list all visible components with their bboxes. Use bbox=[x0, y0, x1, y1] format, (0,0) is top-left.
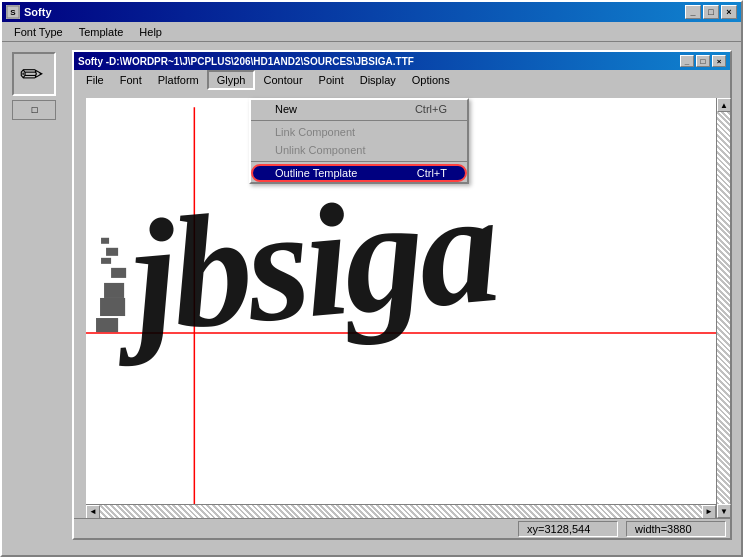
menu-item-outline-template[interactable]: Outline Template Ctrl+T bbox=[251, 164, 467, 182]
scroll-right-button[interactable]: ► bbox=[702, 505, 716, 519]
outer-window: S Softy _ □ × Font Type Template Help ✏ bbox=[0, 0, 743, 557]
inner-menu-platform[interactable]: Platform bbox=[150, 72, 207, 88]
minimize-button[interactable]: _ bbox=[685, 5, 701, 19]
menu-item-link-component: Link Component bbox=[251, 123, 467, 141]
inner-close-button[interactable]: × bbox=[712, 55, 726, 67]
svg-rect-13 bbox=[100, 298, 125, 316]
app-icon: S bbox=[6, 5, 20, 19]
inner-titlebar: Softy -D:\WORDPR~1\J\PCPLUS\206\HD1AND2\… bbox=[74, 52, 730, 70]
inner-menu-contour[interactable]: Contour bbox=[255, 72, 310, 88]
scroll-track-v bbox=[717, 112, 730, 504]
outer-titlebar-buttons: _ □ × bbox=[685, 5, 737, 19]
inner-menu-options[interactable]: Options bbox=[404, 72, 458, 88]
inner-maximize-button[interactable]: □ bbox=[696, 55, 710, 67]
outer-menu-help[interactable]: Help bbox=[131, 24, 170, 40]
menu-separator-2 bbox=[251, 161, 467, 162]
inner-menubar: File Font Platform Glyph Contour Point D… bbox=[74, 70, 730, 90]
inner-minimize-button[interactable]: _ bbox=[680, 55, 694, 67]
outer-menu-fonttype[interactable]: Font Type bbox=[6, 24, 71, 40]
scroll-left-button[interactable]: ◄ bbox=[86, 505, 100, 519]
inner-window-title: Softy -D:\WORDPR~1\J\PCPLUS\206\HD1AND2\… bbox=[78, 56, 414, 67]
tool-sidebar: ✏ ☐ bbox=[12, 52, 67, 120]
svg-rect-9 bbox=[106, 248, 118, 256]
scroll-down-button[interactable]: ▼ bbox=[717, 504, 731, 518]
svg-rect-11 bbox=[111, 268, 126, 278]
svg-text:✏: ✏ bbox=[20, 59, 43, 90]
glyph-dropdown-menu: New Ctrl+G Link Component Unlink Compone… bbox=[249, 98, 469, 184]
svg-rect-8 bbox=[101, 238, 109, 244]
svg-rect-12 bbox=[104, 283, 124, 298]
inner-menu-display[interactable]: Display bbox=[352, 72, 404, 88]
close-button[interactable]: × bbox=[721, 5, 737, 19]
width-display: width=3880 bbox=[626, 521, 726, 537]
inner-window: Softy -D:\WORDPR~1\J\PCPLUS\206\HD1AND2\… bbox=[72, 50, 732, 540]
inner-menu-glyph[interactable]: Glyph bbox=[207, 70, 256, 90]
scroll-up-button[interactable]: ▲ bbox=[717, 98, 731, 112]
svg-rect-14 bbox=[96, 318, 118, 332]
maximize-button[interactable]: □ bbox=[703, 5, 719, 19]
outer-window-title: Softy bbox=[24, 6, 52, 18]
inner-titlebar-buttons: _ □ × bbox=[680, 55, 726, 67]
menu-separator-1 bbox=[251, 120, 467, 121]
outer-content: ✏ ☐ Softy -D:\WORDPR~1\J\PCPLUS\206\HD1A… bbox=[2, 42, 741, 553]
svg-text:S: S bbox=[10, 8, 16, 17]
menu-item-new[interactable]: New Ctrl+G bbox=[251, 100, 467, 118]
svg-text:jbsiga: jbsiga bbox=[104, 157, 503, 368]
coordinates-display: xy=3128,544 bbox=[518, 521, 618, 537]
outer-menu-template[interactable]: Template bbox=[71, 24, 132, 40]
outer-menubar: Font Type Template Help bbox=[2, 22, 741, 42]
horizontal-scrollbar[interactable]: ◄ ► bbox=[86, 504, 716, 518]
scroll-track-h bbox=[100, 505, 702, 518]
outer-titlebar-left: S Softy bbox=[6, 5, 52, 19]
outer-titlebar: S Softy _ □ × bbox=[2, 2, 741, 22]
inner-menu-point[interactable]: Point bbox=[311, 72, 352, 88]
svg-rect-10 bbox=[101, 258, 111, 264]
vertical-scrollbar[interactable]: ▲ ▼ bbox=[716, 98, 730, 518]
statusbar: xy=3128,544 width=3880 bbox=[74, 518, 730, 538]
coord-display: ☐ bbox=[12, 100, 56, 120]
menu-item-unlink-component: Unlink Component bbox=[251, 141, 467, 159]
inner-menu-font[interactable]: Font bbox=[112, 72, 150, 88]
inner-menu-file[interactable]: File bbox=[78, 72, 112, 88]
pencil-tool-icon[interactable]: ✏ bbox=[12, 52, 56, 96]
